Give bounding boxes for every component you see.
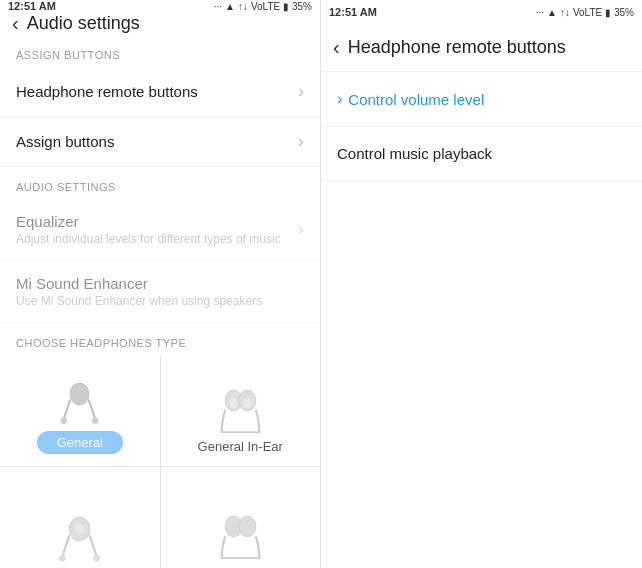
type3-earphone-icon <box>52 505 107 565</box>
headphone-general-inear-item[interactable]: General In-Ear <box>161 356 321 466</box>
assign-buttons-label: Assign buttons <box>16 133 114 150</box>
left-status-bar: 12:51 AM ··· ▲ ↑↓ VoLTE ▮ 35% <box>0 0 320 12</box>
right-data-icon: ↑↓ <box>560 7 570 18</box>
svg-point-7 <box>229 398 238 408</box>
svg-point-18 <box>239 516 256 537</box>
svg-point-16 <box>93 555 100 562</box>
right-time: 12:51 AM <box>329 6 377 18</box>
control-volume-chevron-icon: › <box>337 90 342 108</box>
right-status-bar: 12:51 AM ··· ▲ ↑↓ VoLTE ▮ 35% <box>321 0 642 24</box>
headphone-remote-chevron-icon: › <box>298 81 304 102</box>
svg-point-9 <box>243 398 252 408</box>
type4-earphone-icon <box>213 505 268 565</box>
svg-line-3 <box>89 400 95 419</box>
right-battery-icon: ▮ 35% <box>605 7 634 18</box>
assign-buttons-chevron-icon: › <box>298 131 304 152</box>
left-toolbar: ‹ Audio settings <box>0 12 320 35</box>
control-volume-item[interactable]: › Control volume level <box>321 72 642 127</box>
svg-point-12 <box>75 524 85 534</box>
data-icon: ↑↓ <box>238 1 248 12</box>
right-volte-label: VoLTE <box>573 7 602 18</box>
left-page-title: Audio settings <box>27 13 140 34</box>
left-status-icons: ··· ▲ ↑↓ VoLTE ▮ 35% <box>214 1 312 12</box>
right-wifi-icon: ▲ <box>547 7 557 18</box>
equalizer-item: Equalizer Adjust individual levels for d… <box>0 199 320 261</box>
audio-settings-section-label: AUDIO SETTINGS <box>0 167 320 199</box>
control-volume-label: Control volume level <box>348 91 484 108</box>
right-toolbar: ‹ Headphone remote buttons <box>321 24 642 72</box>
svg-line-14 <box>90 536 97 557</box>
headphone-type3-item[interactable] <box>0 467 160 568</box>
mi-sound-sub-label: Use Mi Sound Enhancer when using speaker… <box>16 294 262 308</box>
mi-sound-enhancer-item: Mi Sound Enhancer Use Mi Sound Enhancer … <box>0 261 320 323</box>
svg-point-0 <box>70 383 89 405</box>
right-panel: 12:51 AM ··· ▲ ↑↓ VoLTE ▮ 35% ‹ Headphon… <box>321 0 642 568</box>
right-signal-icon: ··· <box>536 7 544 18</box>
svg-point-4 <box>61 418 67 424</box>
left-time: 12:51 AM <box>8 0 56 12</box>
right-back-button[interactable]: ‹ <box>333 36 340 59</box>
right-status-icons: ··· ▲ ↑↓ VoLTE ▮ 35% <box>536 7 634 18</box>
general-inear-label: General In-Ear <box>198 439 283 454</box>
signal-icon: ··· <box>214 1 222 12</box>
equalizer-label: Equalizer <box>16 213 281 230</box>
general-selected-badge: General <box>37 431 123 454</box>
assign-buttons-item[interactable]: Assign buttons › <box>0 117 320 167</box>
svg-point-5 <box>92 418 98 424</box>
svg-line-13 <box>63 536 70 557</box>
svg-line-2 <box>64 400 70 419</box>
equalizer-chevron-icon: › <box>298 219 304 240</box>
headphones-grid: General General In-Ear <box>0 356 320 568</box>
left-back-button[interactable]: ‹ <box>12 12 19 35</box>
mi-sound-text-group: Mi Sound Enhancer Use Mi Sound Enhancer … <box>16 275 262 308</box>
equalizer-text-group: Equalizer Adjust individual levels for d… <box>16 213 281 246</box>
right-page-title: Headphone remote buttons <box>348 37 566 58</box>
general-earphone-icon <box>52 372 107 427</box>
control-music-item[interactable]: Control music playback <box>321 127 642 181</box>
left-panel: 12:51 AM ··· ▲ ↑↓ VoLTE ▮ 35% ‹ Audio se… <box>0 0 321 568</box>
assign-buttons-section-label: ASSIGN BUTTONS <box>0 35 320 67</box>
general-inear-earphone-icon <box>213 379 268 439</box>
volte-label: VoLTE <box>251 1 280 12</box>
svg-point-15 <box>59 555 66 562</box>
wifi-icon: ▲ <box>225 1 235 12</box>
control-music-label: Control music playback <box>337 145 492 162</box>
equalizer-sub-label: Adjust individual levels for different t… <box>16 232 281 246</box>
headphone-remote-buttons-item[interactable]: Headphone remote buttons › <box>0 67 320 117</box>
headphone-remote-buttons-label: Headphone remote buttons <box>16 83 198 100</box>
battery-icon: ▮ 35% <box>283 1 312 12</box>
headphone-type4-item[interactable] <box>161 467 321 568</box>
mi-sound-label: Mi Sound Enhancer <box>16 275 262 292</box>
choose-headphones-label: CHOOSE HEADPHONES TYPE <box>0 323 320 355</box>
headphone-general-item[interactable]: General <box>0 356 160 466</box>
